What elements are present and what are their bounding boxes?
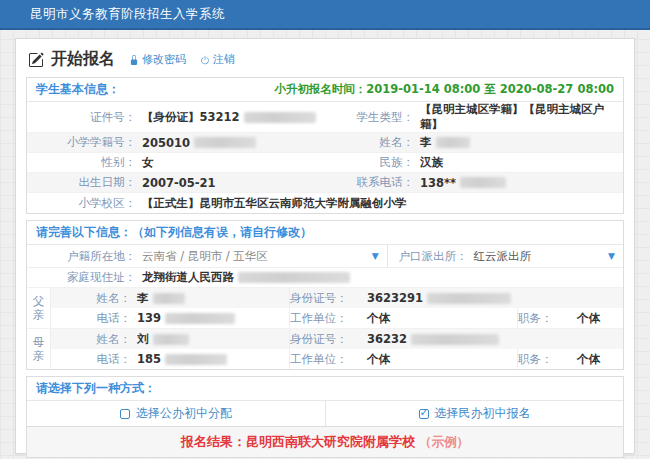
info-row-gender: 性别： 女 民族： 汉族 (27, 153, 623, 173)
police-select[interactable]: 户口派出所： 红云派出所 ▼ (388, 245, 623, 267)
complete-info-header: 请完善以下信息：（如下列信息有误，请自行修改） (27, 221, 623, 245)
mother-work-field[interactable]: 个体 (367, 349, 517, 369)
field-label: 小学校区： (27, 196, 142, 211)
option-private-label: 选择民办初中报名 (435, 405, 531, 422)
field-label: 身份证号： (289, 288, 367, 308)
father-row-2: 电话： 139 工作单位： 个体 职务： 个体 (51, 308, 623, 328)
mother-group-label: 母亲 (27, 329, 51, 369)
page-title-label: 开始报名 (51, 49, 115, 70)
field-label: 电话： (51, 352, 137, 367)
field-label: 户籍所在地： (27, 249, 142, 264)
field-value: 汉族 (420, 155, 443, 170)
redacted-value (194, 137, 256, 148)
field-label: 出生日期： (27, 175, 142, 190)
father-work-field[interactable]: 个体 (367, 308, 517, 328)
chevron-down-icon: ▼ (372, 251, 379, 261)
redacted-value (153, 293, 185, 304)
field-value: 【正式生】昆明市五华区云南师范大学附属融创小学 (142, 196, 407, 211)
choice-options: 选择公办初中分配 选择民办初中报名 (27, 401, 623, 426)
mother-duty-field[interactable]: 个体 (577, 349, 623, 369)
field-label: 证件号： (27, 110, 142, 125)
field-label: 姓名： (325, 135, 420, 150)
change-password-link[interactable]: 修改密码 (129, 52, 186, 67)
father-name-field[interactable]: 李 (137, 288, 289, 308)
redacted-value (165, 354, 227, 365)
mother-name-field[interactable]: 刘 (137, 329, 289, 349)
hukou-select[interactable]: 户籍所在地： 云南省 / 昆明市 / 五华区 ▼ (27, 245, 388, 267)
field-label: 小学学籍号： (27, 135, 142, 150)
field-label: 姓名： (51, 332, 137, 347)
result-note: （示例） (419, 434, 469, 451)
field-value: 138** (420, 176, 506, 190)
redacted-value (244, 112, 316, 123)
complete-info-title: 请完善以下信息：（如下列信息有误，请自行修改） (36, 224, 312, 241)
choice-header: 请选择下列一种方式： (27, 377, 623, 401)
app-title: 昆明市义务教育阶段招生入学系统 (30, 6, 225, 23)
result-text: 报名结果：昆明西南联大研究院附属学校 (181, 433, 415, 451)
field-label: 职务： (517, 349, 577, 369)
change-password-label: 修改密码 (142, 52, 186, 67)
field-label: 工作单位： (289, 349, 367, 369)
field-label: 学生类型： (325, 110, 420, 125)
field-label: 职务： (517, 308, 577, 328)
redacted-value (238, 272, 350, 283)
field-value: 【昆明主城区学籍】【昆明主城区户籍】 (420, 102, 623, 132)
redacted-value (165, 313, 235, 324)
field-label: 性别： (27, 155, 142, 170)
father-group-label: 父亲 (27, 288, 51, 328)
deadline-text: 小升初报名时间：2019-01-14 08:00 至 2020-08-27 08… (274, 82, 614, 97)
student-info-header: 学生基本信息： 小升初报名时间：2019-01-14 08:00 至 2020-… (27, 78, 623, 102)
complete-info-section: 请完善以下信息：（如下列信息有误，请自行修改） 户籍所在地： 云南省 / 昆明市… (26, 220, 624, 370)
mother-block: 母亲 姓名： 刘 身份证号： 36232 电话： 185 工作单位： 个体 职务… (27, 329, 623, 369)
edit-icon (28, 52, 44, 68)
father-row-1: 姓名： 李 身份证号： 3623291 (51, 288, 623, 308)
mother-row-1: 姓名： 刘 身份证号： 36232 (51, 329, 623, 349)
logout-label: 注销 (213, 52, 235, 67)
field-label: 工作单位： (289, 308, 367, 328)
field-value: 女 (142, 155, 154, 170)
hukou-value: 云南省 / 昆明市 / 五华区 (142, 249, 268, 264)
info-row-school: 小学校区： 【正式生】昆明市五华区云南师范大学附属融创小学 (27, 193, 623, 213)
logout-link[interactable]: 注销 (200, 52, 235, 67)
checkbox-checked-icon (419, 409, 429, 419)
redacted-value (411, 334, 499, 345)
student-info-title: 学生基本信息： (36, 81, 120, 98)
field-value: 205010 (142, 136, 256, 150)
redacted-value (436, 137, 470, 148)
mother-id-field[interactable]: 36232 (367, 329, 623, 349)
info-row-studentid: 小学学籍号： 205010 姓名： 李 (27, 133, 623, 153)
result-banner: 报名结果：昆明西南联大研究院附属学校 （示例） (27, 426, 623, 457)
info-row-idnumber: 证件号： 【身份证】53212 学生类型： 【昆明主城区学籍】【昆明主城区户籍】 (27, 102, 623, 133)
address-field[interactable]: 龙翔街道人民西路 (142, 270, 350, 285)
father-phone-field[interactable]: 139 (137, 308, 289, 328)
field-label: 姓名： (51, 291, 137, 306)
redacted-value (460, 177, 506, 188)
info-row-birthdate: 出生日期： 2007-05-21 联系电话： 138** (27, 173, 623, 193)
police-value: 红云派出所 (474, 249, 532, 264)
choice-section: 请选择下列一种方式： 选择公办初中分配 选择民办初中报名 报名结果：昆明西南联大… (26, 376, 624, 458)
field-label: 民族： (325, 155, 420, 170)
mother-row-2: 电话： 185 工作单位： 个体 职务： 个体 (51, 349, 623, 369)
field-value: 【身份证】53212 (142, 110, 316, 125)
field-value: 2007-05-21 (142, 176, 216, 190)
topbar: 昆明市义务教育阶段招生入学系统 (0, 0, 650, 30)
address-row: 家庭现住址： 龙翔街道人民西路 (27, 268, 623, 288)
field-label: 联系电话： (325, 175, 420, 190)
father-block: 父亲 姓名： 李 身份证号： 3623291 电话： 139 工作单位： 个体 … (27, 288, 623, 329)
select-row: 户籍所在地： 云南省 / 昆明市 / 五华区 ▼ 户口派出所： 红云派出所 ▼ (27, 245, 623, 268)
field-value: 李 (420, 135, 470, 150)
option-private-middle-school[interactable]: 选择民办初中报名 (325, 401, 623, 426)
option-public-label: 选择公办初中分配 (136, 405, 232, 422)
student-info-section: 学生基本信息： 小升初报名时间：2019-01-14 08:00 至 2020-… (26, 77, 624, 214)
main-panel: 开始报名 修改密码 注销 学生基本信息： 小升初报名时间：2019-01-14 … (15, 38, 635, 454)
field-label: 电话： (51, 311, 137, 326)
mother-phone-field[interactable]: 185 (137, 349, 289, 369)
option-public-middle-school[interactable]: 选择公办初中分配 (27, 401, 325, 426)
father-duty-field[interactable]: 个体 (577, 308, 623, 328)
lock-icon (129, 55, 139, 65)
panel-header: 开始报名 修改密码 注销 (26, 45, 624, 77)
father-id-field[interactable]: 3623291 (367, 288, 623, 308)
redacted-value (427, 293, 511, 304)
checkbox-empty-icon (120, 409, 130, 419)
field-label: 家庭现住址： (27, 270, 142, 285)
